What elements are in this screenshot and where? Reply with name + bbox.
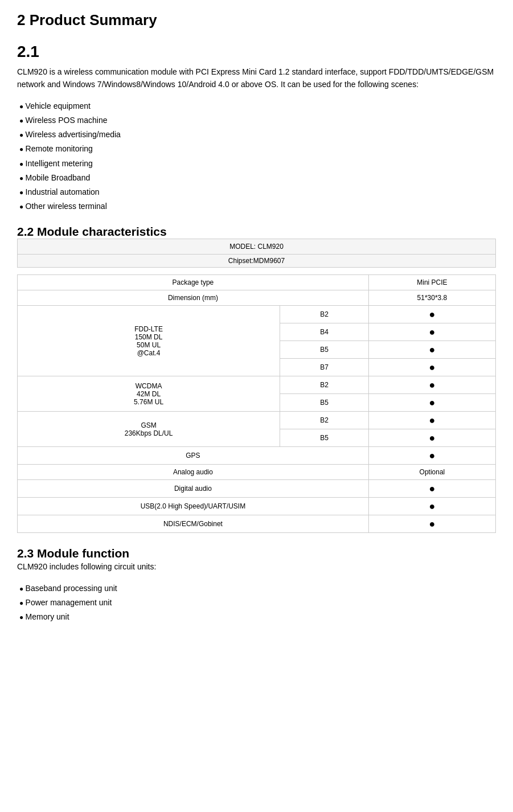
usb-row: USB(2.0 High Speed)/UART/USIM ● xyxy=(18,498,496,515)
digital-audio-value: ● xyxy=(368,480,495,498)
digital-audio-label: Digital audio xyxy=(18,480,369,498)
fdd-b2-row: FDD-LTE 150M DL 50M UL @Cat.4 B2 ● xyxy=(18,306,496,323)
gsm-label: GSM 236Kbps DL/UL xyxy=(18,412,280,447)
dimension-row: Dimension (mm) 51*30*3.8 xyxy=(18,290,496,306)
bullet-memory: Memory unit xyxy=(17,610,496,624)
wcdma-label: WCDMA 42M DL 5.76M UL xyxy=(18,376,280,412)
analog-audio-label: Analog audio xyxy=(18,465,369,480)
ndis-label: NDIS/ECM/Gobinet xyxy=(18,515,369,533)
bullet-intelligent: Intelligent metering xyxy=(17,157,496,171)
fdd-b4-band: B4 xyxy=(280,323,369,341)
package-type-label: Package type xyxy=(18,275,369,290)
fdd-b7-band: B7 xyxy=(280,359,369,376)
dimension-value: 51*30*3.8 xyxy=(368,290,495,306)
fdd-label: FDD-LTE 150M DL 50M UL @Cat.4 xyxy=(18,306,280,376)
section-21-body: CLM920 is a wireless communication modul… xyxy=(17,65,496,91)
section-21-number: 2.1 xyxy=(17,43,496,61)
digital-audio-row: Digital audio ● xyxy=(18,480,496,498)
dimension-label: Dimension (mm) xyxy=(18,290,369,306)
gsm-b2-band: B2 xyxy=(280,412,369,429)
section-22: 2.2 Module characteristics MODEL: CLM920… xyxy=(17,225,496,533)
fdd-b2-band: B2 xyxy=(280,306,369,323)
bullet-power: Power management unit xyxy=(17,596,496,610)
analog-audio-row: Analog audio Optional xyxy=(18,465,496,480)
gsm-b5-band: B5 xyxy=(280,429,369,447)
wcdma-b5-value: ● xyxy=(368,394,495,412)
section-21: 2.1 CLM920 is a wireless communication m… xyxy=(17,43,496,214)
section-23: 2.3 Module function CLM920 includes foll… xyxy=(17,547,496,624)
ndis-value: ● xyxy=(368,515,495,533)
usb-value: ● xyxy=(368,498,495,515)
bullet-advertising: Wireless advertising/media xyxy=(17,128,496,142)
wcdma-b5-band: B5 xyxy=(280,394,369,412)
package-type-value: Mini PCIE xyxy=(368,275,495,290)
bullet-industrial: Industrial automation xyxy=(17,185,496,199)
module-characteristics-table: MODEL: CLM920 Chipset:MDM9607 Package ty… xyxy=(17,239,496,533)
gps-label: GPS xyxy=(18,447,369,465)
spacer-row xyxy=(18,268,496,275)
chipset-label: Chipset:MDM9607 xyxy=(18,255,496,268)
fdd-b2-value: ● xyxy=(368,306,495,323)
ndis-row: NDIS/ECM/Gobinet ● xyxy=(18,515,496,533)
gsm-b5-value: ● xyxy=(368,429,495,447)
bullet-baseband: Baseband processing unit xyxy=(17,581,496,596)
page-title: 2 Product Summary xyxy=(17,11,496,29)
gps-row: GPS ● xyxy=(18,447,496,465)
section-23-body: CLM920 includes following circuit units: xyxy=(17,560,496,573)
bullet-other-wireless: Other wireless terminal xyxy=(17,199,496,214)
section-22-title: 2.2 Module characteristics xyxy=(17,225,496,239)
bullet-pos: Wireless POS machine xyxy=(17,113,496,128)
bullet-remote: Remote monitoring xyxy=(17,142,496,156)
section-23-bullets: Baseband processing unit Power managemen… xyxy=(17,581,496,625)
analog-audio-value: Optional xyxy=(368,465,495,480)
fdd-b7-value: ● xyxy=(368,359,495,376)
model-label: MODEL: CLM920 xyxy=(18,239,496,255)
fdd-b5-value: ● xyxy=(368,341,495,359)
wcdma-b2-value: ● xyxy=(368,376,495,394)
gps-value: ● xyxy=(368,447,495,465)
section-23-title: 2.3 Module function xyxy=(17,547,496,560)
bullet-mobile-broadband: Mobile Broadband xyxy=(17,171,496,185)
chipset-row: Chipset:MDM9607 xyxy=(18,255,496,268)
wcdma-b2-band: B2 xyxy=(280,376,369,394)
model-row: MODEL: CLM920 xyxy=(18,239,496,255)
wcdma-b2-row: WCDMA 42M DL 5.76M UL B2 ● xyxy=(18,376,496,394)
section-21-bullets: Vehicle equipment Wireless POS machine W… xyxy=(17,99,496,214)
usb-label: USB(2.0 High Speed)/UART/USIM xyxy=(18,498,369,515)
bullet-vehicle: Vehicle equipment xyxy=(17,99,496,113)
gsm-b2-value: ● xyxy=(368,412,495,429)
gsm-b2-row: GSM 236Kbps DL/UL B2 ● xyxy=(18,412,496,429)
fdd-b5-band: B5 xyxy=(280,341,369,359)
package-type-row: Package type Mini PCIE xyxy=(18,275,496,290)
fdd-b4-value: ● xyxy=(368,323,495,341)
